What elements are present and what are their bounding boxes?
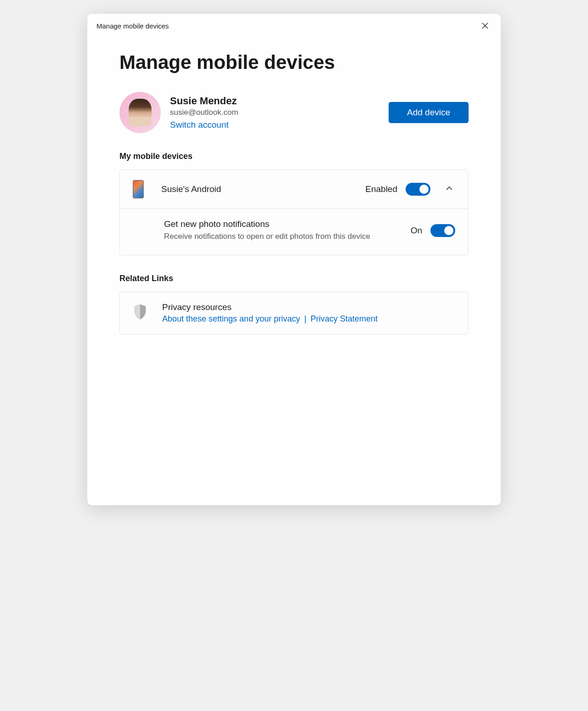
account-row: Susie Mendez susie@outlook.com Switch ac…	[119, 92, 469, 133]
device-header[interactable]: Susie's Android Enabled	[120, 170, 468, 209]
related-links-heading: Related Links	[119, 274, 469, 283]
avatar-image	[129, 99, 152, 126]
device-name: Susie's Android	[161, 184, 365, 194]
toggle-knob	[444, 226, 453, 235]
phone-icon	[133, 180, 144, 198]
privacy-statement-link[interactable]: Privacy Statement	[311, 314, 378, 323]
toggle-knob	[419, 185, 429, 194]
option-status-label: On	[411, 226, 422, 236]
device-enabled-toggle[interactable]	[406, 183, 430, 196]
option-description: Receive notifications to open or edit ph…	[164, 231, 397, 242]
titlebar: Manage mobile devices	[87, 14, 501, 38]
privacy-title: Privacy resources	[162, 302, 378, 312]
switch-account-link[interactable]: Switch account	[170, 120, 238, 130]
about-settings-privacy-link[interactable]: About these settings and your privacy	[162, 314, 300, 323]
settings-window: Manage mobile devices Manage mobile devi…	[87, 14, 501, 505]
account-text: Susie Mendez susie@outlook.com Switch ac…	[170, 95, 238, 130]
account-name: Susie Mendez	[170, 95, 238, 107]
close-button[interactable]	[479, 19, 492, 32]
device-status-label: Enabled	[365, 184, 397, 194]
privacy-links: About these settings and your privacy | …	[162, 314, 378, 324]
close-icon	[481, 22, 489, 29]
add-device-button[interactable]: Add device	[389, 102, 469, 123]
photo-notifications-toggle[interactable]	[430, 224, 455, 237]
device-option-row: Get new photo notifications Receive noti…	[120, 209, 468, 255]
chevron-up-icon	[445, 184, 453, 192]
shield-icon	[133, 304, 147, 322]
page-title: Manage mobile devices	[119, 51, 469, 73]
device-option-text: Get new photo notifications Receive noti…	[164, 219, 411, 242]
titlebar-title: Manage mobile devices	[96, 22, 169, 30]
avatar	[119, 92, 161, 133]
option-title: Get new photo notifications	[164, 219, 397, 229]
account-info: Susie Mendez susie@outlook.com Switch ac…	[119, 92, 238, 133]
privacy-card: Privacy resources About these settings a…	[119, 292, 469, 334]
privacy-text: Privacy resources About these settings a…	[162, 302, 378, 324]
expand-chevron[interactable]	[443, 182, 455, 196]
devices-section-heading: My mobile devices	[119, 152, 469, 161]
device-card: Susie's Android Enabled Get new photo no…	[119, 169, 469, 255]
content-area: Manage mobile devices Susie Mendez susie…	[87, 38, 501, 353]
link-separator: |	[304, 314, 306, 323]
account-email: susie@outlook.com	[170, 108, 238, 117]
